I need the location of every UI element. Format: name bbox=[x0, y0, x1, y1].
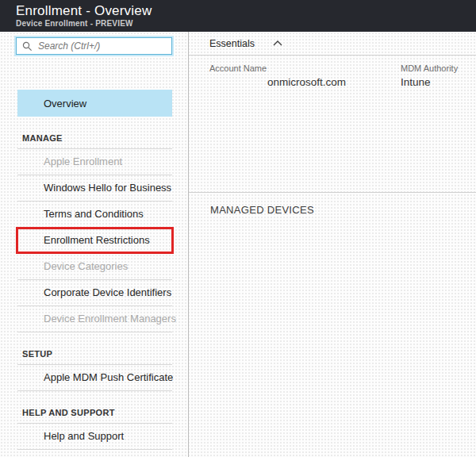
sidebar-nav: Overview MANAGEApple EnrollmentWindows H… bbox=[17, 90, 172, 450]
page-subtitle: Device Enrollment - PREVIEW bbox=[16, 19, 476, 28]
essentials-field-value: Intune bbox=[401, 75, 458, 89]
sidebar-section-label-setup: SETUP bbox=[17, 350, 172, 365]
sidebar: Search (Ctrl+/) Overview MANAGEApple Enr… bbox=[0, 32, 189, 457]
sidebar-item-help-and-support[interactable]: Help and Support bbox=[17, 424, 172, 450]
content-pane: Essentials Account Nameonmicrosoft.comMD… bbox=[189, 32, 476, 457]
sidebar-section-label-help-and-support: HELP AND SUPPORT bbox=[17, 409, 172, 424]
essentials-field-account-name: Account Nameonmicrosoft.com bbox=[209, 63, 401, 192]
sidebar-sections: MANAGEApple EnrollmentWindows Hello for … bbox=[17, 134, 172, 450]
sidebar-item-apple-mdm-push-certificate[interactable]: Apple MDM Push Certificate bbox=[17, 365, 172, 391]
essentials-title: Essentials bbox=[209, 38, 255, 49]
chevron-up-icon[interactable] bbox=[273, 40, 282, 46]
essentials-body: Account Nameonmicrosoft.comMDM Authority… bbox=[189, 56, 476, 193]
essentials-header[interactable]: Essentials bbox=[189, 32, 476, 56]
essentials-field-mdm-authority: MDM AuthorityIntune bbox=[401, 63, 458, 192]
sidebar-item-corporate-device-identifiers[interactable]: Corporate Device Identifiers bbox=[17, 280, 172, 306]
blade-body: Search (Ctrl+/) Overview MANAGEApple Enr… bbox=[0, 32, 476, 457]
sidebar-section-label-manage: MANAGE bbox=[17, 134, 172, 149]
page-title: Enrollment - Overview bbox=[16, 3, 476, 19]
search-icon bbox=[22, 41, 33, 52]
sidebar-item-overview[interactable]: Overview bbox=[17, 90, 172, 117]
enrollment-overview-blade: Enrollment - Overview Device Enrollment … bbox=[0, 0, 476, 457]
sidebar-item-device-enrollment-managers[interactable]: Device Enrollment Managers bbox=[17, 306, 172, 332]
sidebar-item-enrollment-restrictions[interactable]: Enrollment Restrictions bbox=[16, 227, 174, 254]
search-input[interactable]: Search (Ctrl+/) bbox=[16, 37, 172, 55]
sidebar-item-terms-and-conditions[interactable]: Terms and Conditions bbox=[17, 202, 172, 228]
sidebar-item-windows-hello-for-business[interactable]: Windows Hello for Business bbox=[17, 175, 172, 202]
managed-devices-title: MANAGED DEVICES bbox=[189, 193, 476, 216]
essentials-field-label: Account Name bbox=[209, 63, 401, 74]
essentials-field-label: MDM Authority bbox=[401, 63, 458, 74]
blade-header: Enrollment - Overview Device Enrollment … bbox=[0, 0, 476, 32]
sidebar-item-apple-enrollment[interactable]: Apple Enrollment bbox=[17, 149, 172, 175]
sidebar-item-device-categories[interactable]: Device Categories bbox=[17, 254, 172, 280]
essentials-field-value: onmicrosoft.com bbox=[209, 75, 401, 89]
search-placeholder: Search (Ctrl+/) bbox=[38, 40, 100, 52]
